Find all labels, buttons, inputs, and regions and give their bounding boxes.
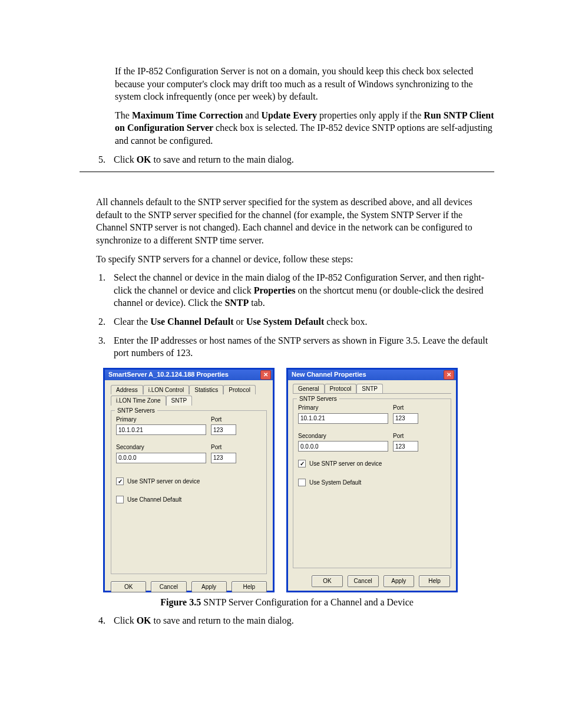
checkbox-label: Use SNTP server on device — [309, 460, 382, 468]
tab-address[interactable]: Address — [111, 385, 143, 395]
group-legend: SNTP Servers — [115, 407, 157, 415]
step-5: Click OK to save and return to the main … — [108, 153, 494, 166]
figure-caption: Figure 3.5 SNTP Server Configuration for… — [80, 596, 494, 609]
cancel-button[interactable]: Cancel — [151, 581, 186, 593]
step-1: Select the channel or device in the main… — [108, 271, 494, 309]
port-label-2: Port — [393, 432, 418, 440]
primary-label: Primary — [298, 404, 388, 412]
primary-label: Primary — [116, 416, 206, 424]
checkbox-label: Use Channel Default — [127, 496, 181, 504]
secondary-input[interactable] — [298, 441, 388, 452]
intro-paragraph-1: If the IP-852 Configuration Server is no… — [115, 65, 494, 103]
secondary-port-input[interactable] — [211, 453, 236, 463]
checkbox-use-sntp-on-device[interactable]: ✓ — [298, 460, 306, 467]
titlebar: SmartServer A_10.2.124.188 Properties ✕ — [105, 370, 273, 380]
tab-sntp[interactable]: SNTP — [356, 384, 383, 394]
figure-row: SmartServer A_10.2.124.188 Properties ✕ … — [103, 368, 494, 592]
checkbox-use-sntp-on-device[interactable]: ✓ — [116, 477, 124, 485]
body-paragraph-2: To specify SNTP servers for a channel or… — [96, 253, 494, 266]
apply-button[interactable]: Apply — [384, 575, 415, 587]
primary-input[interactable] — [116, 424, 206, 435]
group-sntp-servers: SNTP Servers Primary Port Se — [293, 398, 451, 568]
help-button[interactable]: Help — [232, 581, 267, 593]
primary-port-input[interactable] — [211, 424, 236, 435]
dialog-new-channel-properties: New Channel Properties ✕ General Protoco… — [286, 368, 458, 592]
checkbox-label: Use System Default — [309, 479, 361, 487]
ok-button[interactable]: OK — [312, 575, 343, 587]
step-3: Enter the IP addresses or host names of … — [108, 334, 494, 360]
close-icon[interactable]: ✕ — [260, 370, 271, 380]
tab-protocol[interactable]: Protocol — [223, 385, 256, 395]
tab-general[interactable]: General — [293, 384, 325, 394]
dialog-title: New Channel Properties — [292, 370, 366, 379]
dialog-title: SmartServer A_10.2.124.188 Properties — [108, 370, 229, 379]
port-label-2: Port — [211, 443, 236, 452]
port-label: Port — [211, 416, 236, 424]
tab-statistics[interactable]: Statistics — [189, 385, 223, 395]
secondary-input[interactable] — [116, 453, 206, 463]
primary-port-input[interactable] — [393, 413, 418, 424]
body-paragraph-1: All channels default to the SNTP server … — [96, 196, 494, 246]
horizontal-rule — [80, 172, 494, 172]
tabs-row: General Protocol SNTP — [293, 384, 451, 394]
primary-input[interactable] — [298, 413, 388, 424]
checkbox-label: Use SNTP server on device — [127, 477, 200, 486]
close-icon[interactable]: ✕ — [444, 370, 454, 380]
tab-protocol[interactable]: Protocol — [325, 384, 357, 394]
apply-button[interactable]: Apply — [191, 581, 227, 593]
step-2: Clear the Use Channel Default or Use Sys… — [108, 315, 494, 328]
help-button[interactable]: Help — [419, 575, 450, 587]
step-4: Click OK to save and return to the main … — [108, 614, 494, 627]
group-sntp-servers: SNTP Servers Primary Port Se — [111, 410, 267, 574]
titlebar: New Channel Properties ✕ — [288, 370, 456, 380]
intro-paragraph-2: The Maximum Time Correction and Update E… — [115, 109, 494, 147]
tabs-row: Address i.LON Control Statistics Protoco… — [111, 385, 267, 406]
tab-sntp[interactable]: SNTP — [166, 396, 193, 406]
checkbox-use-channel-default[interactable] — [116, 496, 124, 503]
tab-ilon-timezone[interactable]: i.LON Time Zone — [111, 396, 166, 406]
cancel-button[interactable]: Cancel — [348, 575, 379, 587]
port-label: Port — [393, 404, 418, 412]
checkbox-use-system-default[interactable] — [298, 479, 306, 486]
ok-button[interactable]: OK — [111, 581, 146, 593]
tab-ilon-control[interactable]: i.LON Control — [143, 385, 190, 395]
secondary-port-input[interactable] — [393, 441, 418, 452]
dialog-smartserver-properties: SmartServer A_10.2.124.188 Properties ✕ … — [103, 368, 275, 592]
secondary-label: Secondary — [116, 443, 206, 452]
group-legend: SNTP Servers — [297, 395, 339, 403]
secondary-label: Secondary — [298, 432, 388, 440]
